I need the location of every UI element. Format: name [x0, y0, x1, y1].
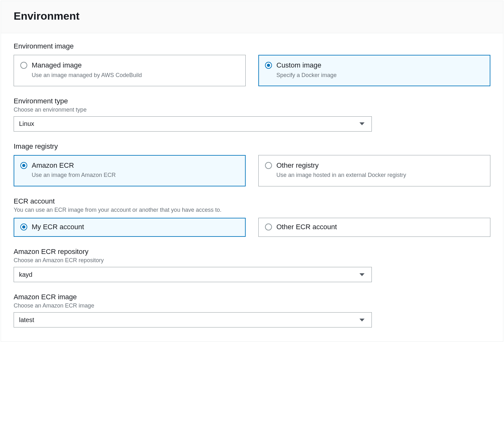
environment-panel: Environment Environment image Managed im… — [1, 1, 503, 342]
amazon-ecr-tile[interactable]: Amazon ECR Use an image from Amazon ECR — [14, 155, 246, 186]
panel-body: Environment image Managed image Use an i… — [1, 33, 503, 341]
other-registry-tile[interactable]: Other registry Use an image hosted in an… — [258, 155, 490, 186]
ecr-image-label: Amazon ECR image — [14, 293, 490, 301]
my-ecr-account-tile[interactable]: My ECR account — [14, 218, 246, 237]
tile-title: Other ECR account — [276, 223, 484, 232]
chevron-down-icon — [359, 122, 365, 125]
environment-image-options: Managed image Use an image managed by AW… — [14, 55, 490, 86]
ecr-repository-field: Amazon ECR repository Choose an Amazon E… — [14, 248, 490, 282]
tile-desc: Use an image from Amazon ECR — [32, 171, 239, 179]
radio-icon — [265, 223, 272, 230]
tile-title: Other registry — [276, 161, 484, 170]
select-value: latest — [19, 316, 359, 324]
other-ecr-account-tile[interactable]: Other ECR account — [258, 218, 490, 237]
radio-icon — [265, 62, 272, 69]
environment-type-select[interactable]: Linux — [14, 116, 372, 132]
environment-image-label: Environment image — [14, 42, 490, 50]
radio-icon — [20, 162, 27, 169]
ecr-repository-select[interactable]: kayd — [14, 267, 372, 282]
chevron-down-icon — [359, 319, 365, 321]
environment-type-field: Environment type Choose an environment t… — [14, 97, 490, 132]
ecr-account-options: My ECR account Other ECR account — [14, 218, 490, 237]
ecr-account-field: ECR account You can use an ECR image fro… — [14, 197, 490, 237]
image-registry-field: Image registry Amazon ECR Use an image f… — [14, 142, 490, 186]
ecr-account-help: You can use an ECR image from your accou… — [14, 207, 490, 213]
environment-image-field: Environment image Managed image Use an i… — [14, 42, 490, 86]
custom-image-tile[interactable]: Custom image Specify a Docker image — [258, 55, 490, 86]
environment-type-label: Environment type — [14, 97, 490, 105]
select-value: kayd — [19, 271, 359, 278]
ecr-image-select[interactable]: latest — [14, 312, 372, 327]
image-registry-options: Amazon ECR Use an image from Amazon ECR … — [14, 155, 490, 186]
chevron-down-icon — [359, 273, 365, 276]
radio-icon — [20, 62, 27, 69]
tile-desc: Specify a Docker image — [276, 71, 484, 79]
panel-title: Environment — [14, 10, 490, 22]
ecr-repository-label: Amazon ECR repository — [14, 248, 490, 256]
select-value: Linux — [19, 120, 359, 127]
tile-title: My ECR account — [32, 223, 239, 232]
tile-title: Managed image — [32, 61, 239, 70]
tile-desc: Use an image hosted in an external Docke… — [276, 171, 484, 179]
panel-header: Environment — [1, 1, 503, 33]
image-registry-label: Image registry — [14, 142, 490, 151]
radio-icon — [265, 162, 272, 169]
ecr-account-label: ECR account — [14, 197, 490, 205]
ecr-image-field: Amazon ECR image Choose an Amazon ECR im… — [14, 293, 490, 327]
tile-title: Amazon ECR — [32, 161, 239, 170]
ecr-image-help: Choose an Amazon ECR image — [14, 302, 490, 309]
environment-type-help: Choose an environment type — [14, 107, 490, 113]
tile-title: Custom image — [276, 61, 484, 70]
ecr-repository-help: Choose an Amazon ECR repository — [14, 257, 490, 264]
radio-icon — [20, 223, 27, 230]
managed-image-tile[interactable]: Managed image Use an image managed by AW… — [14, 55, 246, 86]
tile-desc: Use an image managed by AWS CodeBuild — [32, 71, 239, 79]
